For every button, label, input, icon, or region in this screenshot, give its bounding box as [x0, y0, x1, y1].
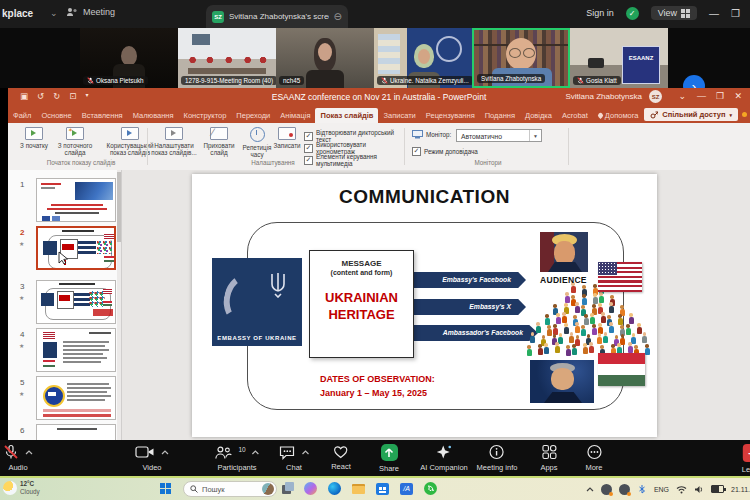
rehearse-timings-button[interactable]: Репетиція часу — [241, 127, 273, 159]
share-dropdown-arrow: ▾ — [729, 112, 732, 118]
wifi-icon[interactable] — [676, 485, 687, 494]
battery-icon[interactable] — [711, 485, 724, 493]
tab-slideshow-active[interactable]: Показ слайдів — [315, 108, 378, 123]
slide-thumbnail-panel[interactable]: 1 2 ★ — [8, 170, 122, 440]
leave-button[interactable]: ➜ Leave — [742, 444, 750, 474]
tab-home[interactable]: Основне — [36, 108, 76, 123]
participants-button[interactable]: 10 Participants — [214, 444, 259, 472]
video-tile-active-speaker[interactable]: Svitlana Zhabotynska — [472, 28, 570, 88]
app-icon-blue[interactable]: /A — [400, 482, 414, 496]
thumbnail-slide-4[interactable]: 4 ★ — [8, 328, 121, 374]
tab-tell-me[interactable]: Допомога — [593, 108, 644, 123]
screen-share-tab[interactable]: SZ Svitlana Zhabotynska's screen ⊖ — [206, 5, 348, 28]
checkbox-presenter-view[interactable]: ✓ Режим доповідача — [412, 147, 478, 156]
thumbnail-slide-1[interactable]: 1 — [8, 178, 121, 224]
audio-button[interactable]: Audio — [3, 444, 33, 472]
video-tile[interactable]: ESAANZ Gosia Klatt — [570, 28, 668, 88]
whatsapp-icon[interactable] — [424, 482, 438, 496]
tray-bluetooth-icon[interactable] — [637, 484, 647, 494]
security-shield-icon[interactable]: ✓ — [626, 7, 639, 20]
audio-options-caret[interactable] — [25, 450, 33, 455]
tab-view[interactable]: Подання — [480, 108, 520, 123]
tab-transitions[interactable]: Переходи — [231, 108, 275, 123]
muted-mic-icon — [381, 77, 388, 84]
video-tile[interactable]: 1278-9-915-Meeting Room (40) — [178, 28, 276, 88]
react-button[interactable]: React — [331, 444, 351, 471]
maximize-window-button[interactable]: ❐ — [731, 8, 740, 19]
ppt-restore-button[interactable]: ❐ — [716, 91, 724, 101]
thumbnail-scrollbar[interactable] — [117, 170, 121, 440]
file-explorer-icon[interactable] — [352, 482, 366, 496]
video-options-caret[interactable] — [161, 450, 169, 455]
copilot-icon[interactable] — [304, 482, 318, 496]
sign-in-button[interactable]: Sign in — [586, 8, 614, 18]
taskbar-clock[interactable]: 21.11. — [731, 486, 750, 493]
share-document-button[interactable]: Спільний доступ ▾ — [644, 108, 738, 121]
apps-button[interactable]: Apps — [540, 444, 557, 472]
video-strip: Oksana Pietsukh 1278-9-915-Meeting Room … — [0, 28, 750, 88]
collapse-tab-icon[interactable]: ⊖ — [334, 11, 342, 22]
ppt-minimize-button[interactable]: — — [697, 91, 706, 101]
from-beginning-button[interactable]: З початку — [18, 127, 50, 149]
thumbnail-slide-3[interactable]: 3 ★ — [8, 280, 121, 326]
meeting-info-button[interactable]: Meeting info — [477, 444, 518, 472]
from-current-slide-button[interactable]: ✶ З поточного слайда — [52, 127, 98, 157]
video-tile[interactable]: Ukraine. Natalka Zemzyuli... — [374, 28, 472, 88]
tab-file[interactable]: Файл — [8, 108, 36, 123]
share-screen-button[interactable]: Share — [379, 444, 399, 473]
ai-companion-icon — [435, 444, 453, 460]
current-slide[interactable]: COMMUNICATION EMBASSY OF UKRAINE MESSAGE — [192, 174, 657, 437]
thumbnail-frame — [36, 376, 116, 420]
monitor-select-arrow[interactable]: ▼ — [529, 130, 541, 141]
monitor-select[interactable]: Автоматично ▼ — [456, 129, 542, 142]
tab-record[interactable]: Записати — [378, 108, 420, 123]
setup-slideshow-button[interactable]: Налаштувати показ слайдів... — [150, 127, 198, 157]
chat-button[interactable]: Chat — [279, 444, 310, 472]
chat-options-caret[interactable] — [302, 450, 310, 455]
tab-help[interactable]: Довідка — [520, 108, 557, 123]
ppt-close-button[interactable]: ✕ — [734, 91, 742, 101]
video-tile[interactable]: nch45 — [276, 28, 374, 88]
edge-icon[interactable] — [328, 482, 342, 496]
speaker-icon[interactable] — [694, 485, 704, 494]
thumbnail-slide-6[interactable]: 6 — [8, 424, 121, 440]
search-daily-image[interactable] — [262, 483, 274, 495]
chevron-down-icon[interactable]: ⌄ — [50, 8, 58, 18]
participants-options-caret[interactable] — [252, 450, 260, 455]
more-button[interactable]: More — [585, 444, 602, 472]
ribbon-display-options-button[interactable]: ⌄ — [678, 91, 686, 101]
embassy-label: EMBASSY OF UKRAINE — [212, 335, 302, 341]
start-button[interactable] — [160, 483, 172, 495]
slide-editing-area[interactable]: COMMUNICATION EMBASSY OF UKRAINE MESSAGE — [122, 170, 750, 440]
language-indicator[interactable]: ENG — [654, 486, 669, 493]
hide-slide-button[interactable]: ∕ Приховати слайд — [199, 127, 239, 157]
tray-app-icon[interactable] — [601, 484, 612, 495]
view-button[interactable]: View — [651, 6, 697, 20]
task-view-icon[interactable] — [281, 482, 295, 496]
poster-wall — [378, 34, 400, 74]
tab-design[interactable]: Конструктор — [179, 108, 232, 123]
search-box[interactable]: Пошук — [183, 481, 277, 497]
meeting-tab[interactable]: Meeting — [66, 7, 115, 17]
tray-sync-icon[interactable] — [619, 484, 630, 495]
ai-companion-button[interactable]: AI Companion — [420, 444, 468, 472]
video-button[interactable]: Video — [135, 444, 169, 472]
tab-insert[interactable]: Вставлення — [77, 108, 128, 123]
workspace-tab[interactable]: kplace — [2, 8, 33, 19]
video-tile[interactable]: Oksana Pietsukh — [80, 28, 178, 88]
tab-animations[interactable]: Анімація — [275, 108, 315, 123]
tab-draw[interactable]: Малювання — [128, 108, 179, 123]
weather-widget[interactable]: 12°C Cloudy — [3, 480, 40, 496]
record-button[interactable]: Записати — [274, 127, 300, 149]
thumbnail-slide-5[interactable]: 5 ★ — [8, 376, 121, 422]
tab-acrobat[interactable]: Acrobat — [557, 108, 593, 123]
minimize-window-button[interactable]: — — [709, 8, 719, 19]
ppt-title-bar: ▣ ↺ ↻ ⊡ ▾ ESAANZ conference on Nov 21 in… — [8, 88, 750, 106]
store-icon[interactable] — [376, 482, 390, 496]
monitor-icon — [412, 130, 423, 139]
info-icon — [489, 444, 505, 460]
avatar[interactable]: SZ — [649, 90, 662, 103]
tab-review[interactable]: Рецензування — [421, 108, 480, 123]
account-name[interactable]: Svitlana Zhabotynska — [566, 92, 643, 101]
tray-chevron-icon[interactable] — [586, 487, 594, 492]
